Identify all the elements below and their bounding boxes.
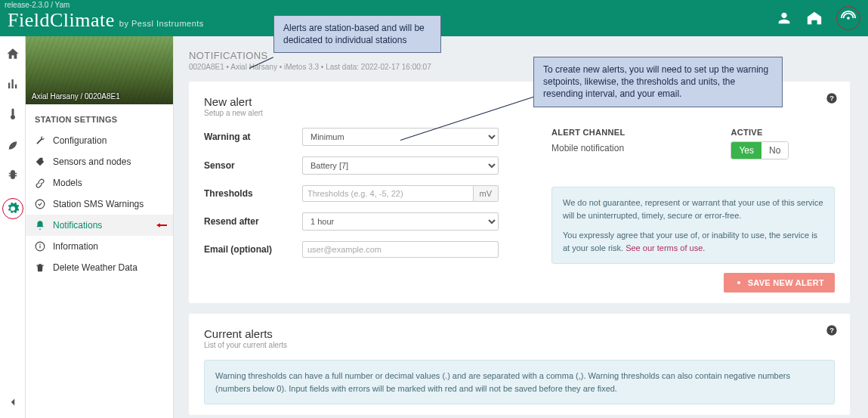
svg-point-0 <box>847 17 850 20</box>
sidebar-item-models[interactable]: Models <box>26 172 173 194</box>
wrench-icon <box>35 135 45 146</box>
label-warning-at: Warning at <box>204 132 302 142</box>
sidebar-label-sms: Station SMS Warnings <box>53 199 144 209</box>
settings-icon-wrap[interactable] <box>2 198 23 219</box>
toggle-yes[interactable]: Yes <box>731 142 761 159</box>
unit-badge: mV <box>474 185 499 202</box>
gear-small-icon <box>734 278 743 287</box>
radar-icon <box>840 10 857 26</box>
farm-icon[interactable] <box>806 10 823 26</box>
select-sensor[interactable]: Battery [7] <box>302 156 499 175</box>
station-caption: Axial Harsany / 0020A8E1 <box>32 92 120 101</box>
bug-icon[interactable] <box>6 168 20 181</box>
station-image: Axial Harsany / 0020A8E1 <box>26 36 173 104</box>
brand: FieldClimate by Pessl Instruments <box>8 9 204 32</box>
radar-icon-wrap[interactable] <box>836 6 860 30</box>
help-icon-2[interactable]: ? <box>826 324 838 336</box>
disclaimer-box: We do not guarantee, represent or warran… <box>551 187 835 264</box>
sidebar-item-sms[interactable]: Station SMS Warnings <box>26 194 173 215</box>
alert-channel-value: Mobile notification <box>551 143 625 153</box>
svg-point-1 <box>36 200 45 209</box>
label-email: Email (optional) <box>204 244 302 255</box>
trash-icon <box>35 262 45 273</box>
sidebar-label-information: Information <box>53 241 98 252</box>
chain-icon <box>35 178 45 188</box>
label-thresholds: Thresholds <box>204 188 302 199</box>
current-alerts-title: Current alerts <box>204 327 835 340</box>
sidebar: Axial Harsany / 0020A8E1 STATION SETTING… <box>26 36 174 418</box>
card-new-alert: ? New alert Setup a new alert Warning at… <box>189 82 850 303</box>
brand-main: FieldClimate <box>8 9 115 32</box>
sidebar-item-sensors[interactable]: Sensors and nodes <box>26 151 173 172</box>
brand-sub: by Pessl Instruments <box>119 19 204 28</box>
gear-icon <box>6 202 20 215</box>
svg-text:?: ? <box>829 94 834 102</box>
current-alerts-sub: List of your current alerts <box>204 341 835 349</box>
label-sensor: Sensor <box>204 160 302 171</box>
callout-2: To create new alerts, you will need to s… <box>533 57 783 107</box>
select-resend[interactable]: 1 hour <box>302 212 499 231</box>
sidebar-item-configuration[interactable]: Configuration <box>26 130 173 151</box>
sidebar-label-notifications: Notifications <box>53 220 102 231</box>
thermo-icon[interactable] <box>6 107 20 121</box>
sidebar-item-information[interactable]: Information <box>26 236 173 257</box>
disclaimer-line1: We do not guarantee, represent or warran… <box>563 197 823 221</box>
save-button-label: SAVE NEW ALERT <box>748 278 824 287</box>
input-thresholds[interactable] <box>302 185 474 202</box>
svg-text:?: ? <box>829 327 834 334</box>
check-circle-icon <box>35 199 45 209</box>
chart-icon[interactable] <box>6 77 20 91</box>
info-circle-icon <box>35 241 45 252</box>
help-icon[interactable]: ? <box>826 92 838 104</box>
sidebar-section-title: STATION SETTINGS <box>26 104 173 130</box>
input-email[interactable] <box>302 241 499 258</box>
alert-channel-head: ALERT CHANNEL <box>551 128 625 137</box>
icon-rail <box>0 36 26 418</box>
red-arrow-icon <box>156 220 167 231</box>
version-tag: release-2.3.0 / Yam <box>5 1 70 9</box>
save-new-alert-button[interactable]: SAVE NEW ALERT <box>724 273 835 293</box>
tag-icon <box>35 156 45 167</box>
active-head: ACTIVE <box>731 128 789 137</box>
sidebar-label-configuration: Configuration <box>53 135 107 146</box>
collapse-icon[interactable] <box>6 395 20 409</box>
card-sub-new-alert: Setup a new alert <box>204 109 835 117</box>
sidebar-item-delete[interactable]: Delete Weather Data <box>26 257 173 278</box>
sidebar-item-notifications[interactable]: Notifications <box>26 215 173 236</box>
user-icon[interactable] <box>776 10 792 26</box>
current-alerts-info: Warning thresholds can have a full numbe… <box>204 360 835 404</box>
sidebar-label-sensors: Sensors and nodes <box>53 156 131 167</box>
sidebar-label-delete: Delete Weather Data <box>53 262 137 273</box>
terms-link[interactable]: See our terms of use. <box>626 243 705 252</box>
leaf-icon[interactable] <box>6 138 20 151</box>
home-icon[interactable] <box>6 47 20 60</box>
toggle-no[interactable]: No <box>761 142 788 159</box>
sidebar-label-models: Models <box>53 178 82 188</box>
label-resend: Resend after <box>204 216 302 227</box>
active-toggle[interactable]: Yes No <box>731 141 789 159</box>
callout-1: Alerts are station-based and will be ded… <box>273 15 441 53</box>
bell-icon <box>35 220 45 231</box>
select-warning-at[interactable]: Minimum <box>302 128 499 146</box>
card-current-alerts: ? Current alerts List of your current al… <box>189 314 850 415</box>
